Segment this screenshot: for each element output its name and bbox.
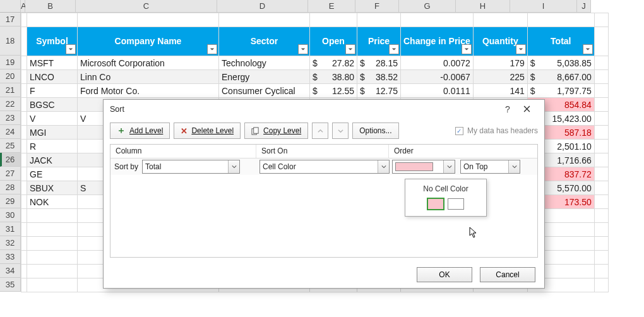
cell[interactable]: SBUX bbox=[27, 181, 78, 195]
cell[interactable]: 0.0111 bbox=[401, 84, 474, 98]
filter-dropdown-icon[interactable] bbox=[462, 44, 472, 54]
hdr-open[interactable]: Open bbox=[310, 27, 357, 56]
hdr-total[interactable]: Total bbox=[527, 27, 594, 56]
row-head-22[interactable]: 22 bbox=[0, 97, 21, 111]
filter-dropdown-icon[interactable] bbox=[516, 44, 526, 54]
hdr-company[interactable]: Company Name bbox=[78, 27, 219, 56]
cell[interactable]: -0.0067 bbox=[401, 70, 474, 84]
cell[interactable]: 141 bbox=[473, 84, 527, 98]
popup-title[interactable]: No Cell Color bbox=[412, 184, 480, 193]
col-head-I[interactable]: I bbox=[510, 0, 577, 13]
row-head-27[interactable]: 27 bbox=[0, 167, 21, 181]
cell[interactable]: $1,797.75 bbox=[527, 84, 594, 98]
cell[interactable]: Consumer Cyclical bbox=[219, 84, 310, 98]
row-head-21[interactable]: 21 bbox=[0, 83, 21, 97]
col-head-F[interactable]: F bbox=[355, 0, 399, 13]
cell[interactable]: LNCO bbox=[27, 70, 78, 84]
cell[interactable]: $8,667.00 bbox=[527, 70, 594, 84]
copy-level-button[interactable]: Copy Level bbox=[244, 123, 308, 139]
color-picker-popup: No Cell Color bbox=[405, 179, 487, 217]
row-head-26[interactable]: 26 bbox=[0, 153, 21, 167]
col-head-A[interactable]: A bbox=[21, 0, 25, 13]
sort-on-combo[interactable]: Cell Color bbox=[259, 160, 390, 174]
col-head-D[interactable]: D bbox=[217, 0, 308, 13]
order-position-combo[interactable]: On Top bbox=[460, 160, 520, 174]
row-head-28[interactable]: 28 bbox=[0, 181, 21, 194]
cell[interactable]: Technology bbox=[219, 56, 310, 70]
row-head-19[interactable]: 19 bbox=[0, 56, 21, 69]
svg-rect-3 bbox=[254, 127, 258, 133]
headers-checkbox[interactable]: ✓ My data has headers bbox=[455, 126, 538, 135]
row-head-32[interactable]: 32 bbox=[0, 236, 21, 250]
row-head-30[interactable]: 30 bbox=[0, 208, 21, 222]
cell[interactable]: MGI bbox=[27, 126, 78, 140]
sort-column-combo[interactable]: Total bbox=[142, 160, 240, 174]
cell[interactable]: $28.15 bbox=[357, 56, 401, 70]
swatch-nocolor-option[interactable] bbox=[448, 198, 464, 210]
row-head-25[interactable]: 25 bbox=[0, 139, 21, 153]
row-head-20[interactable]: 20 bbox=[0, 69, 21, 83]
cell[interactable]: $5,038.85 bbox=[527, 56, 594, 70]
hdr-qty[interactable]: Quantity bbox=[473, 27, 527, 56]
cell[interactable]: Microsoft Corporation bbox=[78, 56, 219, 70]
row-head-33[interactable]: 33 bbox=[0, 250, 21, 264]
cell[interactable]: F bbox=[27, 84, 78, 98]
col-head-G[interactable]: G bbox=[399, 0, 456, 13]
cell[interactable]: GE bbox=[27, 167, 78, 181]
cell[interactable]: JACK bbox=[27, 153, 78, 167]
cell[interactable]: MSFT bbox=[27, 56, 78, 70]
order-color-combo[interactable] bbox=[392, 160, 455, 174]
hdr-sector[interactable]: Sector bbox=[219, 27, 310, 56]
cell[interactable]: Linn Co bbox=[78, 70, 219, 84]
cell[interactable]: Ford Motor Co. bbox=[78, 84, 219, 98]
options-button[interactable]: Options... bbox=[352, 123, 398, 139]
hdr-price[interactable]: Price bbox=[357, 27, 401, 56]
filter-dropdown-icon[interactable] bbox=[66, 44, 76, 54]
cancel-button[interactable]: Cancel bbox=[480, 267, 535, 282]
row-head-35[interactable]: 35 bbox=[0, 278, 21, 292]
hdr-symbol[interactable]: Symbol bbox=[27, 27, 78, 56]
close-button[interactable] bbox=[515, 100, 538, 119]
filter-dropdown-icon[interactable] bbox=[583, 44, 593, 54]
cell[interactable]: NOK bbox=[27, 195, 78, 209]
move-up-button[interactable] bbox=[312, 123, 328, 139]
hdr-change[interactable]: Change in Price bbox=[401, 27, 474, 56]
cell[interactable]: V bbox=[27, 112, 78, 126]
row-head-17[interactable]: 17 bbox=[0, 13, 21, 27]
row-head-18[interactable]: 18 bbox=[0, 27, 21, 56]
cell[interactable]: 0.0072 bbox=[401, 56, 474, 70]
cell[interactable]: Energy bbox=[219, 70, 310, 84]
swatch-pink-option[interactable] bbox=[427, 198, 444, 210]
cell[interactable]: $27.82 bbox=[310, 56, 357, 70]
row-head-31[interactable]: 31 bbox=[0, 222, 21, 236]
cell[interactable]: $12.55 bbox=[310, 84, 357, 98]
ok-button[interactable]: OK bbox=[417, 267, 472, 282]
move-down-button[interactable] bbox=[332, 123, 349, 139]
sort-on-value: Cell Color bbox=[263, 162, 296, 171]
cell[interactable]: $38.80 bbox=[310, 70, 357, 84]
cell[interactable]: 225 bbox=[473, 70, 527, 84]
row-head-34[interactable]: 34 bbox=[0, 264, 21, 278]
filter-dropdown-icon[interactable] bbox=[207, 44, 217, 54]
filter-dropdown-icon[interactable] bbox=[345, 44, 355, 54]
help-button[interactable]: ? bbox=[500, 100, 515, 119]
add-level-button[interactable]: ＋ Add Level bbox=[110, 123, 170, 139]
col-head-B[interactable]: B bbox=[25, 0, 76, 13]
dialog-titlebar[interactable]: Sort ? bbox=[104, 100, 544, 119]
row-head-29[interactable]: 29 bbox=[0, 194, 21, 208]
col-head-J[interactable]: J bbox=[577, 0, 591, 13]
col-head-E[interactable]: E bbox=[308, 0, 355, 13]
cell[interactable]: 179 bbox=[473, 56, 527, 70]
cell[interactable]: $12.75 bbox=[357, 84, 401, 98]
cell[interactable]: $38.52 bbox=[357, 70, 401, 84]
delete-level-button[interactable]: ✕ Delete Level bbox=[174, 123, 241, 139]
row-head-23[interactable]: 23 bbox=[0, 111, 21, 125]
row-head-24[interactable]: 24 bbox=[0, 125, 21, 139]
filter-dropdown-icon[interactable] bbox=[389, 44, 399, 54]
cell[interactable]: BGSC bbox=[27, 98, 78, 112]
col-head-H[interactable]: H bbox=[456, 0, 510, 13]
select-all-corner[interactable] bbox=[0, 0, 21, 13]
cell[interactable]: R bbox=[27, 140, 78, 153]
filter-dropdown-icon[interactable] bbox=[298, 44, 308, 54]
col-head-C[interactable]: C bbox=[76, 0, 217, 13]
